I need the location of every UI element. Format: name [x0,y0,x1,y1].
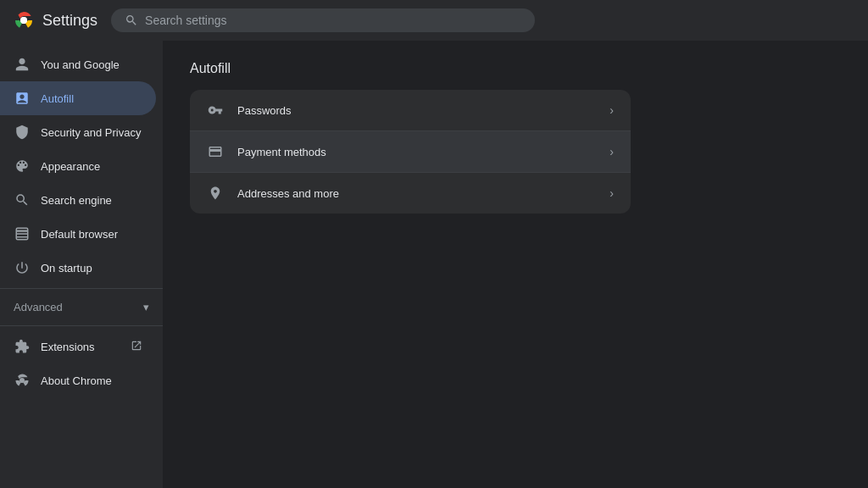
palette-icon [14,158,31,175]
chrome-logo-icon [14,10,34,30]
search-icon [125,14,138,27]
payment-methods-item[interactable]: Payment methods › [190,131,631,173]
section-title: Autofill [190,61,841,76]
sidebar-divider-2 [0,325,163,326]
sidebar-label-on-startup: On startup [41,262,92,274]
addresses-label: Addresses and more [237,187,596,200]
topbar: Settings [0,0,868,41]
person-icon [14,56,31,73]
sidebar-divider [0,288,163,289]
passwords-arrow-icon: › [609,103,614,117]
sidebar-item-security-and-privacy[interactable]: Security and Privacy [0,115,156,149]
sidebar-label-appearance: Appearance [41,160,100,173]
sidebar-label-extensions: Extensions [41,341,95,353]
main-layout: You and Google Autofill Security and Pri… [0,41,868,488]
location-pin-icon [207,185,224,202]
sidebar-item-autofill[interactable]: Autofill [0,81,156,115]
sidebar-item-on-startup[interactable]: On startup [0,251,156,285]
chrome-icon [14,372,31,389]
svg-point-1 [20,17,27,24]
search-bar[interactable] [111,8,535,32]
sidebar-item-about-chrome[interactable]: About Chrome [0,363,156,397]
sidebar-label-search-engine: Search engine [41,194,112,207]
credit-card-icon [207,143,224,160]
advanced-section-label[interactable]: Advanced ▾ [0,292,163,322]
autofill-card: Passwords › Payment methods › Addresses … [190,90,631,214]
advanced-label: Advanced [14,301,63,313]
sidebar-item-search-engine[interactable]: Search engine [0,183,156,217]
sidebar-label-autofill: Autofill [41,92,74,105]
addresses-arrow-icon: › [609,186,614,200]
passwords-item[interactable]: Passwords › [190,90,631,131]
main-content: Autofill Passwords › Payment methods › [163,41,868,488]
browser-icon [14,225,31,242]
chevron-down-icon: ▾ [143,301,149,313]
sidebar-item-appearance[interactable]: Appearance [0,149,156,183]
puzzle-icon [14,338,31,355]
key-icon [207,102,224,119]
addresses-item[interactable]: Addresses and more › [190,173,631,214]
sidebar-label-about-chrome: About Chrome [41,374,112,387]
sidebar-label-default-browser: Default browser [41,228,118,241]
sidebar-item-extensions[interactable]: Extensions [0,330,156,363]
sidebar-label-you-and-google: You and Google [41,58,120,71]
sidebar-label-security-and-privacy: Security and Privacy [41,126,142,139]
sidebar: You and Google Autofill Security and Pri… [0,41,163,488]
external-link-icon [131,340,142,354]
passwords-label: Passwords [237,104,596,117]
payment-methods-label: Payment methods [237,146,596,158]
autofill-icon [14,90,31,107]
sidebar-item-default-browser[interactable]: Default browser [0,217,156,251]
sidebar-item-you-and-google[interactable]: You and Google [0,47,156,81]
logo-area: Settings [14,10,97,30]
search-nav-icon [14,191,31,208]
page-title: Settings [42,12,97,30]
search-input[interactable] [145,14,521,27]
shield-icon [14,124,31,141]
power-icon [14,259,31,276]
payment-methods-arrow-icon: › [609,145,614,158]
